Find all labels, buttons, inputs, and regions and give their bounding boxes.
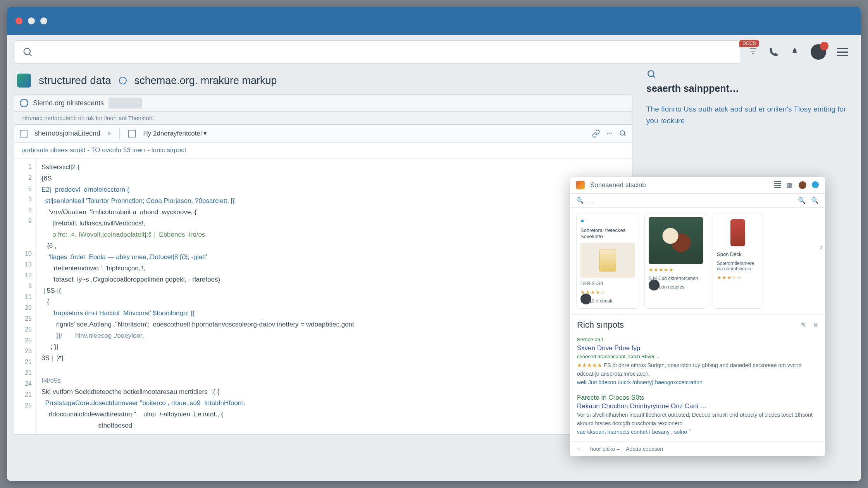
product-image (649, 217, 703, 264)
pin-icon[interactable] (790, 47, 800, 57)
open-file-row: shemoosjomaLitecnd × Hy 2dnerayfentcotel… (14, 125, 632, 143)
tab-pill[interactable] (108, 98, 142, 108)
window-min-dot[interactable] (28, 17, 35, 24)
result-card[interactable]: Spon Deck Soterorntientmere wa nonrohwra… (713, 213, 763, 309)
svg-line-8 (653, 76, 655, 78)
seller-avatar (580, 294, 591, 304)
window-close-dot[interactable] (16, 17, 22, 24)
popup-logo-icon (576, 181, 585, 189)
hamburger-menu-icon[interactable] (837, 48, 848, 56)
main-pane: structured data schemae.org. mraküre mar… (7, 69, 644, 481)
tab-subtitle: ntrumed nerforcuteric on fak for floort … (14, 112, 632, 125)
star-rating: ★★★☆☆ (717, 275, 759, 280)
toolbar-actions: DOCS (748, 44, 853, 60)
camera-icon[interactable]: 🔍 (811, 197, 819, 204)
edit-icon[interactable]: ✎ (801, 321, 806, 329)
result-card[interactable]: ★★★★★ S.M Cbd oktrertorcenen otncroon no… (644, 213, 707, 309)
carousel-next-icon[interactable]: › (820, 242, 823, 251)
svg-line-6 (624, 134, 626, 136)
product-image (730, 219, 745, 246)
window-max-dot[interactable] (40, 17, 47, 24)
file-icon (128, 130, 136, 137)
search-result[interactable]: Sernoe on t Sxven Dnve Pdoe fyp choosed … (577, 335, 818, 387)
result-card[interactable]: ● Sohretoral freteckes Sovekette 18-B S … (576, 213, 639, 309)
popup-footer: hoor picko – Adcáa coucson (570, 442, 825, 456)
mic-icon[interactable]: 🔍 (798, 197, 806, 204)
view-grid-icon[interactable]: ▦ (786, 181, 793, 188)
tab-label[interactable]: Siemo.org nirstescents (33, 99, 104, 107)
mini-search-icon[interactable] (619, 129, 627, 137)
toolbar: DOCS (7, 35, 861, 69)
crumb-sep-icon (119, 77, 127, 84)
filter-icon (748, 46, 758, 56)
breadcrumb: structured data schemae.org. mraküre mar… (14, 69, 632, 95)
product-image (599, 249, 616, 271)
menu-icon[interactable] (577, 446, 584, 452)
results-popup: Sonesened stscinb ▦ 🔍 … 🔍 🔍 ● Sohretoral… (570, 177, 825, 456)
branch-dropdown[interactable]: Hy 2dnerayfentcotel ▾ (143, 129, 207, 137)
side-search-placeholder: seaerth sainppent… (646, 83, 850, 94)
search-icon (646, 69, 656, 79)
popup-search-row: 🔍 … 🔍 🔍 (570, 194, 825, 208)
close-tab-icon[interactable]: × (107, 130, 111, 137)
rich-results-section: Rich sınpots ✎ ✕ Sernoe on t Sxven Dnve … (570, 314, 825, 442)
mini-avatar[interactable] (799, 181, 806, 189)
crumb-primary: structured data (39, 74, 111, 87)
titlebar (7, 7, 861, 35)
app-logo-icon (17, 74, 31, 88)
popup-title: Sonesened stscinb (590, 181, 646, 189)
line-gutter: 12533910131231129252525232121242125 (14, 158, 37, 434)
docs-badge: DOCS (739, 40, 759, 47)
link-icon[interactable] (592, 129, 600, 138)
breadcrumb-dots-icon[interactable]: ⋯ (606, 129, 613, 138)
code-path: portirsats obses soukt - TO ovcofn 53 in… (14, 143, 632, 158)
file-tools: ⋯ (592, 129, 627, 138)
svg-point-7 (648, 70, 654, 76)
svg-point-5 (620, 131, 625, 135)
sort-button[interactable]: DOCS (748, 46, 758, 58)
settings-dot-icon[interactable] (812, 181, 819, 188)
search-icon[interactable]: 🔍 (576, 197, 584, 204)
side-search[interactable] (646, 69, 850, 79)
result-cards: ● Sohretoral freteckes Sovekette 18-B S … (570, 208, 825, 314)
code-editor[interactable]: 12533910131231129252525232121242125 Ssfr… (14, 158, 632, 435)
tab-target-icon (20, 99, 28, 107)
crumb-secondary: schemae.org. mraküre markup (134, 75, 277, 87)
phone-icon[interactable] (769, 47, 779, 57)
tab-strip: Siemo.org nirstescents (14, 95, 632, 112)
star-rating: ★★★★★ (649, 267, 703, 273)
svg-line-1 (29, 54, 31, 56)
popup-header: Sonesened stscinb ▦ (570, 177, 825, 194)
view-list-icon[interactable] (774, 181, 781, 188)
svg-point-0 (24, 48, 30, 55)
seller-avatar (649, 280, 660, 290)
close-icon[interactable]: ✕ (813, 321, 818, 329)
divider (119, 128, 120, 139)
side-description: The flonrto Uss outh atck aod sud er oni… (646, 103, 850, 127)
section-title: Rich sınpots (577, 320, 624, 330)
search-icon (22, 46, 33, 57)
search-result[interactable]: Farocte In Crocos S0ts Rekaun Chochon On… (577, 393, 818, 436)
file-name[interactable]: shemoosjomaLitecnd (34, 129, 100, 137)
search-dots: … (588, 197, 595, 204)
app-window: DOCS structured data schemae.org. mrakür… (7, 7, 861, 481)
global-search[interactable] (15, 40, 740, 64)
avatar[interactable] (811, 44, 826, 60)
file-checkbox[interactable] (20, 130, 28, 137)
code-body[interactable]: Ssfrersticl|2 { {6S E2| prodoevl ornolel… (37, 158, 632, 434)
